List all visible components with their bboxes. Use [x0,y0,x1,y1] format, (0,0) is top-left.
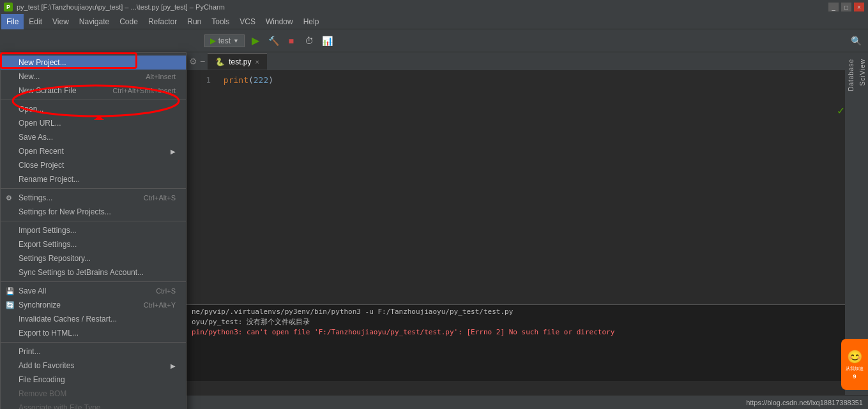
toolbar: ▶ test ▼ ▶ 🔨 ■ ⏱ 📊 🔍 [0,29,868,52]
menu-save-as[interactable]: Save As... [1,130,186,144]
close-project-label: Close Project [19,161,64,170]
rename-project-label: Rename Project... [19,175,80,184]
build-button[interactable]: 🔨 [266,34,280,48]
terminal-area: ne/pyvip/.virtualenvs/py3env/bin/python3… [187,304,855,381]
settings-repo-label: Settings Repository... [19,254,91,263]
menu-file-encoding[interactable]: File Encoding [1,373,186,387]
save-all-shortcut: Ctrl+S [156,287,176,295]
new-project-label: New Project... [19,58,66,67]
menu-close-project[interactable]: Close Project [1,158,186,172]
menu-view[interactable]: View [47,14,74,29]
menu-new-scratch-file[interactable]: New Scratch File Ctrl+Alt+Shift+Insert [1,84,186,98]
editor-area: ⚙ − 🐍 test.py × 1 print(222) ✓ ne/pyvip/… [187,52,868,395]
add-favorites-arrow: ▶ [171,362,176,369]
open-recent-arrow: ▶ [171,148,176,155]
menu-settings[interactable]: ⚙ Settings... Ctrl+Alt+S [1,191,186,205]
tab-label: test.py [229,57,251,66]
remove-bom-label: Remove BOM [19,389,66,398]
invalidate-caches-label: Invalidate Caches / Restart... [19,315,117,323]
menu-export-html[interactable]: Export to HTML... [1,326,186,340]
separator-4 [1,281,186,282]
menu-associate-file-type: Associate with File Type... [1,401,186,409]
menu-new[interactable]: New... Alt+Insert [1,70,186,84]
avatar-emoji: 😊 [847,349,863,364]
separator-1 [1,100,186,100]
avatar-sticker: 😊 从我加速 9 [841,339,868,390]
save-as-label: Save As... [19,133,53,142]
file-dropdown-menu: New Project... New... Alt+Insert New Scr… [0,52,187,409]
minimize-button[interactable]: _ [828,3,839,11]
menu-add-favorites[interactable]: Add to Favorites ▶ [1,359,186,373]
dropdown-icon: ▼ [233,38,239,44]
avatar-number: 9 [853,373,856,380]
save-all-icon: 💾 [6,287,15,295]
code-keyword-print: print [224,75,248,85]
stop-button[interactable]: ■ [284,34,298,48]
file-encoding-label: File Encoding [19,375,65,384]
menu-invalidate-caches[interactable]: Invalidate Caches / Restart... [1,312,186,326]
menu-export-settings[interactable]: Export Settings... [1,237,186,251]
menu-refactor[interactable]: Refactor [143,14,182,29]
print-label: Print... [19,347,41,356]
menu-open[interactable]: Open... [1,102,186,116]
settings-label: Settings... [19,193,52,202]
open-label: Open... [19,105,43,114]
search-button[interactable]: 🔍 [849,34,863,48]
run-config-name: test [218,36,231,45]
toolbar-right: ▶ test ▼ ▶ 🔨 ■ ⏱ 📊 🔍 [204,34,863,48]
settings-shortcut: Ctrl+Alt+S [144,194,176,202]
app-icon: P [4,3,13,11]
code-line-1: 1 print(222) [192,75,863,85]
menu-vcs[interactable]: VCS [234,14,261,29]
synchronize-label: Synchronize [19,301,61,309]
run-button[interactable]: ▶ [248,34,263,48]
menu-remove-bom: Remove BOM [1,387,186,401]
associate-file-type-label: Associate with File Type... [19,403,107,409]
run-configuration[interactable]: ▶ test ▼ [204,34,245,47]
menu-bar: File Edit View Navigate Code Refactor Ru… [0,14,868,29]
separator-5 [1,342,186,343]
menu-save-all[interactable]: 💾 Save All Ctrl+S [1,284,186,298]
tab-test-py[interactable]: 🐍 test.py × [208,53,267,70]
menu-edit[interactable]: Edit [24,14,47,29]
menu-sync-settings[interactable]: Sync Settings to JetBrains Account... [1,265,186,279]
menu-code[interactable]: Code [114,14,143,29]
profile-button[interactable]: 📊 [320,34,334,48]
add-favorites-label: Add to Favorites [19,361,74,370]
sync-icon: 🔄 [6,301,15,309]
window-controls[interactable]: _ □ × [828,3,864,11]
menu-tools[interactable]: Tools [206,14,234,29]
tab-close-button[interactable]: × [255,58,259,66]
settings-gear-icon[interactable]: ⚙ [189,56,197,66]
menu-open-url[interactable]: Open URL... [1,116,186,130]
menu-help[interactable]: Help [298,14,324,29]
menu-window[interactable]: Window [261,14,298,29]
menu-import-settings[interactable]: Import Settings... [1,223,186,237]
menu-navigate[interactable]: Navigate [74,14,114,29]
menu-new-project[interactable]: New Project... [1,56,186,70]
coverage-button[interactable]: ⏱ [302,34,316,48]
window-title: py_test [F:\Tanzhoujiaoyu\py_test] – ...… [17,3,225,11]
synchronize-shortcut: Ctrl+Alt+Y [144,301,176,309]
menu-open-recent[interactable]: Open Recent ▶ [1,144,186,158]
menu-settings-repo[interactable]: Settings Repository... [1,251,186,265]
menu-file[interactable]: File [1,14,24,29]
import-settings-label: Import Settings... [19,226,77,235]
menu-synchronize[interactable]: 🔄 Synchronize Ctrl+Alt+Y [1,298,186,312]
new-scratch-shortcut: Ctrl+Alt+Shift+Insert [112,87,176,94]
main-area: New Project... New... Alt+Insert New Scr… [0,52,868,395]
save-all-label: Save All [19,286,46,295]
open-recent-label: Open Recent [19,147,64,156]
run-icon: ▶ [210,36,216,45]
open-url-label: Open URL... [19,119,61,128]
close-button[interactable]: × [854,3,864,11]
menu-rename-project[interactable]: Rename Project... [1,172,186,186]
menu-run[interactable]: Run [182,14,206,29]
new-label: New... [19,72,40,81]
menu-settings-new-projects[interactable]: Settings for New Projects... [1,205,186,219]
export-settings-label: Export Settings... [19,240,77,249]
minimize-editor-icon[interactable]: − [200,56,205,66]
maximize-button[interactable]: □ [841,3,851,11]
export-html-label: Export to HTML... [19,329,79,338]
menu-print[interactable]: Print... [1,345,186,359]
